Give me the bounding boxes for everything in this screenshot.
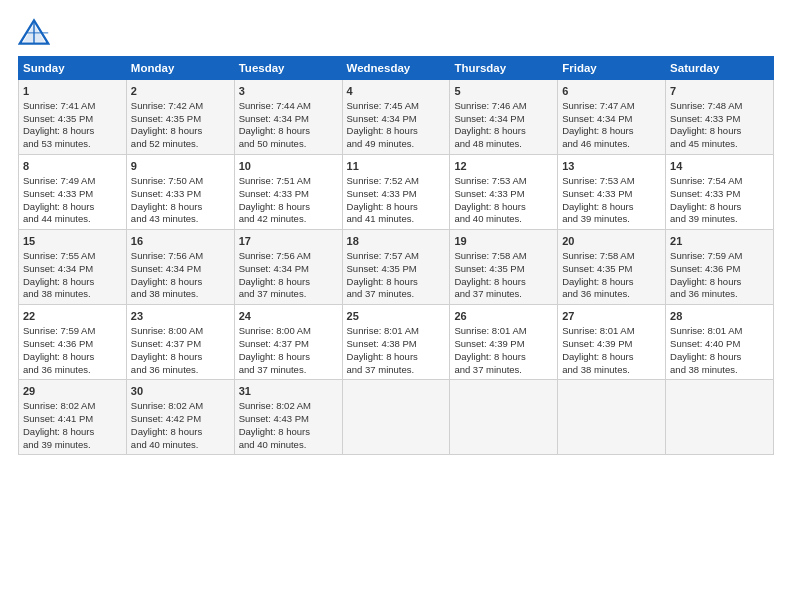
calendar-week-2: 8Sunrise: 7:49 AMSunset: 4:33 PMDaylight… [19,155,774,230]
day-number: 6 [562,84,661,99]
day-number: 9 [131,159,230,174]
calendar-week-5: 29Sunrise: 8:02 AMSunset: 4:41 PMDayligh… [19,380,774,455]
calendar-cell: 19Sunrise: 7:58 AMSunset: 4:35 PMDayligh… [450,230,558,305]
day-number: 13 [562,159,661,174]
calendar-week-1: 1Sunrise: 7:41 AMSunset: 4:35 PMDaylight… [19,80,774,155]
day-header-monday: Monday [126,57,234,80]
day-number: 31 [239,384,338,399]
calendar-cell: 26Sunrise: 8:01 AMSunset: 4:39 PMDayligh… [450,305,558,380]
day-number: 19 [454,234,553,249]
day-number: 29 [23,384,122,399]
calendar-table: SundayMondayTuesdayWednesdayThursdayFrid… [18,56,774,455]
calendar-cell: 1Sunrise: 7:41 AMSunset: 4:35 PMDaylight… [19,80,127,155]
day-number: 24 [239,309,338,324]
calendar-cell [558,380,666,455]
day-number: 22 [23,309,122,324]
day-header-sunday: Sunday [19,57,127,80]
day-number: 28 [670,309,769,324]
calendar-cell [342,380,450,455]
day-number: 4 [347,84,446,99]
calendar-cell: 17Sunrise: 7:56 AMSunset: 4:34 PMDayligh… [234,230,342,305]
calendar-cell: 28Sunrise: 8:01 AMSunset: 4:40 PMDayligh… [666,305,774,380]
day-header-friday: Friday [558,57,666,80]
calendar-cell: 8Sunrise: 7:49 AMSunset: 4:33 PMDaylight… [19,155,127,230]
day-number: 16 [131,234,230,249]
day-number: 26 [454,309,553,324]
calendar-cell: 15Sunrise: 7:55 AMSunset: 4:34 PMDayligh… [19,230,127,305]
day-number: 20 [562,234,661,249]
day-number: 10 [239,159,338,174]
day-header-tuesday: Tuesday [234,57,342,80]
calendar-body: 1Sunrise: 7:41 AMSunset: 4:35 PMDaylight… [19,80,774,455]
day-number: 1 [23,84,122,99]
calendar-cell: 16Sunrise: 7:56 AMSunset: 4:34 PMDayligh… [126,230,234,305]
calendar-cell: 3Sunrise: 7:44 AMSunset: 4:34 PMDaylight… [234,80,342,155]
day-number: 2 [131,84,230,99]
calendar-cell: 22Sunrise: 7:59 AMSunset: 4:36 PMDayligh… [19,305,127,380]
day-number: 15 [23,234,122,249]
logo [18,18,54,46]
calendar-cell: 10Sunrise: 7:51 AMSunset: 4:33 PMDayligh… [234,155,342,230]
calendar-cell: 5Sunrise: 7:46 AMSunset: 4:34 PMDaylight… [450,80,558,155]
day-header-saturday: Saturday [666,57,774,80]
calendar-cell [450,380,558,455]
calendar-cell: 13Sunrise: 7:53 AMSunset: 4:33 PMDayligh… [558,155,666,230]
day-number: 12 [454,159,553,174]
day-number: 14 [670,159,769,174]
calendar-cell: 4Sunrise: 7:45 AMSunset: 4:34 PMDaylight… [342,80,450,155]
calendar-cell: 12Sunrise: 7:53 AMSunset: 4:33 PMDayligh… [450,155,558,230]
day-number: 8 [23,159,122,174]
calendar-cell: 11Sunrise: 7:52 AMSunset: 4:33 PMDayligh… [342,155,450,230]
calendar-week-3: 15Sunrise: 7:55 AMSunset: 4:34 PMDayligh… [19,230,774,305]
header [18,18,774,46]
calendar-cell: 23Sunrise: 8:00 AMSunset: 4:37 PMDayligh… [126,305,234,380]
day-number: 23 [131,309,230,324]
calendar-cell [666,380,774,455]
day-number: 25 [347,309,446,324]
day-number: 7 [670,84,769,99]
calendar-cell: 6Sunrise: 7:47 AMSunset: 4:34 PMDaylight… [558,80,666,155]
calendar-cell: 14Sunrise: 7:54 AMSunset: 4:33 PMDayligh… [666,155,774,230]
calendar-cell: 30Sunrise: 8:02 AMSunset: 4:42 PMDayligh… [126,380,234,455]
calendar-cell: 29Sunrise: 8:02 AMSunset: 4:41 PMDayligh… [19,380,127,455]
day-header-thursday: Thursday [450,57,558,80]
day-number: 5 [454,84,553,99]
calendar-cell: 25Sunrise: 8:01 AMSunset: 4:38 PMDayligh… [342,305,450,380]
day-header-wednesday: Wednesday [342,57,450,80]
calendar-cell: 21Sunrise: 7:59 AMSunset: 4:36 PMDayligh… [666,230,774,305]
day-number: 17 [239,234,338,249]
calendar-cell: 31Sunrise: 8:02 AMSunset: 4:43 PMDayligh… [234,380,342,455]
calendar-header: SundayMondayTuesdayWednesdayThursdayFrid… [19,57,774,80]
day-number: 3 [239,84,338,99]
calendar-week-4: 22Sunrise: 7:59 AMSunset: 4:36 PMDayligh… [19,305,774,380]
day-number: 18 [347,234,446,249]
page: SundayMondayTuesdayWednesdayThursdayFrid… [0,0,792,612]
calendar-cell: 18Sunrise: 7:57 AMSunset: 4:35 PMDayligh… [342,230,450,305]
day-number: 27 [562,309,661,324]
logo-icon [18,18,50,46]
day-number: 21 [670,234,769,249]
calendar-cell: 9Sunrise: 7:50 AMSunset: 4:33 PMDaylight… [126,155,234,230]
calendar-cell: 27Sunrise: 8:01 AMSunset: 4:39 PMDayligh… [558,305,666,380]
calendar-cell: 2Sunrise: 7:42 AMSunset: 4:35 PMDaylight… [126,80,234,155]
calendar-cell: 20Sunrise: 7:58 AMSunset: 4:35 PMDayligh… [558,230,666,305]
calendar-cell: 24Sunrise: 8:00 AMSunset: 4:37 PMDayligh… [234,305,342,380]
header-row: SundayMondayTuesdayWednesdayThursdayFrid… [19,57,774,80]
day-number: 11 [347,159,446,174]
calendar-cell: 7Sunrise: 7:48 AMSunset: 4:33 PMDaylight… [666,80,774,155]
day-number: 30 [131,384,230,399]
